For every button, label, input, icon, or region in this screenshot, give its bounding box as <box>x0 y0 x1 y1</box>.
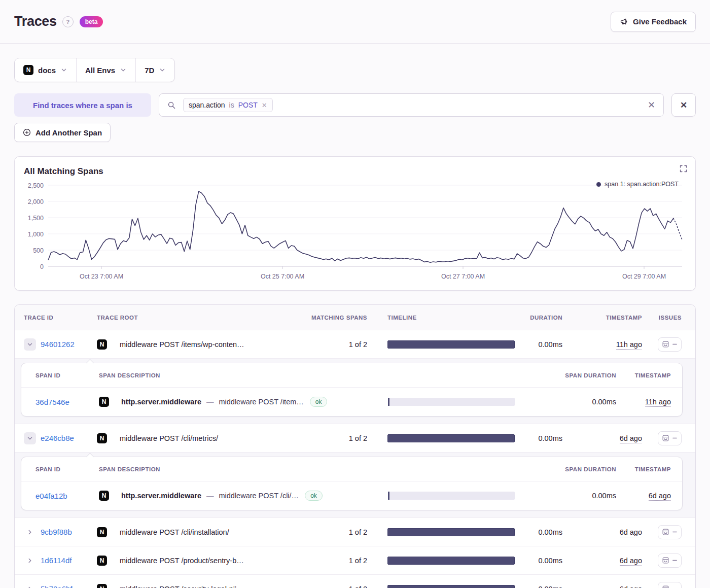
chart-title: All Matching Spans <box>24 166 103 177</box>
timeline-cell <box>367 340 515 349</box>
trace-id-link[interactable]: 1d6114df <box>41 556 72 565</box>
legend-dot <box>596 182 601 187</box>
chevron-right-icon <box>26 585 33 588</box>
minus-icon <box>672 558 678 563</box>
remove-span-filter-button[interactable]: ✕ <box>671 93 696 117</box>
trace-root-cell: Nmiddleware POST /items/wp-conten… <box>97 339 291 350</box>
chevron-down-icon <box>60 66 67 74</box>
trace-root-label: middleware POST /cli/metrics/ <box>120 434 218 442</box>
span-table-header: SPAN IDSPAN DESCRIPTIONSPAN DURATIONTIME… <box>21 457 682 481</box>
search-clear-icon[interactable]: ✕ <box>648 100 655 110</box>
svg-text:Oct 29 7:00 AM: Oct 29 7:00 AM <box>622 273 666 280</box>
add-another-span-button[interactable]: Add Another Span <box>14 123 111 142</box>
svg-text:Oct 25 7:00 AM: Oct 25 7:00 AM <box>261 273 304 280</box>
timeline-cell <box>367 585 515 588</box>
minus-icon <box>672 586 678 588</box>
environment-filter[interactable]: All Envs <box>77 58 135 82</box>
matching-spans-cell: 1 of 2 <box>291 528 367 536</box>
token-operator: is <box>229 101 234 109</box>
trace-id-cell: 1d6114df <box>24 555 97 567</box>
issues-cell <box>642 554 682 568</box>
duration-cell: 0.00ms <box>515 585 562 588</box>
top-bar: Traces ? beta Give Feedback <box>0 0 710 44</box>
page-title: Traces <box>14 14 57 29</box>
span-timeline-marker <box>388 398 389 406</box>
issues-button[interactable] <box>658 554 682 568</box>
nextjs-icon: N <box>99 397 109 407</box>
span-table: SPAN IDSPAN DESCRIPTIONSPAN DURATIONTIME… <box>21 457 683 510</box>
issues-icon <box>662 434 669 442</box>
trace-expand-button[interactable] <box>24 583 36 588</box>
trace-id-link[interactable]: e246cb8e <box>41 434 74 442</box>
span-timeline-marker <box>388 492 389 500</box>
token-remove-icon[interactable]: ✕ <box>262 102 267 109</box>
plus-circle-icon <box>23 128 31 136</box>
issues-icon <box>662 340 669 348</box>
trace-expand-button[interactable] <box>24 555 36 567</box>
issues-icon <box>662 528 669 536</box>
trace-root-cell: Nmiddleware POST /cli/metrics/ <box>97 433 291 443</box>
give-feedback-button[interactable]: Give Feedback <box>611 12 696 32</box>
span-filter-label: Find traces where a span is <box>14 93 151 117</box>
timestamp-cell: 6d ago <box>562 557 642 565</box>
help-icon[interactable]: ? <box>62 16 74 27</box>
duration-cell: 0.00ms <box>515 528 562 536</box>
date-range-filter[interactable]: 7D <box>136 58 174 82</box>
trace-timestamp: 11h ago <box>616 340 642 350</box>
trace-search-input[interactable]: span.action is POST ✕ ✕ <box>159 93 664 117</box>
trace-expand-button[interactable] <box>24 526 36 538</box>
span-id-cell: 36d7546e <box>36 398 99 406</box>
filter-token[interactable]: span.action is POST ✕ <box>183 98 273 112</box>
svg-text:500: 500 <box>33 247 44 254</box>
issues-button[interactable] <box>658 431 682 445</box>
trace-id-cell: e246cb8e <box>24 432 97 444</box>
trace-row: 1d6114dfNmiddleware POST /product/sentry… <box>15 546 695 575</box>
trace-timeline-bar <box>387 585 515 588</box>
span-id-link[interactable]: 36d7546e <box>36 398 69 406</box>
expanded-spans-zone: SPAN IDSPAN DESCRIPTIONSPAN DURATIONTIME… <box>15 359 695 424</box>
issues-button[interactable] <box>658 525 682 539</box>
trace-expand-button[interactable] <box>24 432 36 444</box>
span-timeline-bar <box>388 398 515 406</box>
chart-legend[interactable]: span 1: span.action:POST <box>596 181 679 188</box>
svg-text:0: 0 <box>40 263 44 270</box>
trace-id-link[interactable]: 9cb9f88b <box>41 528 72 536</box>
nextjs-icon: N <box>23 65 33 75</box>
issues-cell <box>642 431 682 445</box>
issues-button[interactable] <box>658 337 682 352</box>
table-rows: 94601262Nmiddleware POST /items/wp-conte… <box>15 330 695 588</box>
trace-timestamp: 6d ago <box>620 528 642 537</box>
col-matching-spans: MATCHING SPANS <box>291 315 367 321</box>
trace-timeline-bar <box>387 434 515 442</box>
chevron-down-icon <box>26 435 33 442</box>
issues-cell <box>642 582 682 588</box>
trace-id-link[interactable]: 5b72a6bf <box>41 584 73 588</box>
project-filter[interactable]: N docs <box>15 58 76 82</box>
fullscreen-icon[interactable] <box>679 164 688 173</box>
trace-root-label: middleware POST /cli/installation/ <box>120 528 229 536</box>
col-span-description: SPAN DESCRIPTION <box>99 372 388 378</box>
span-id-link[interactable]: e04fa12b <box>36 492 67 500</box>
status-badge: ok <box>305 491 323 501</box>
timeline-cell <box>367 557 515 565</box>
chevron-right-icon <box>26 557 33 564</box>
span-duration-cell: 0.00ms <box>515 398 616 406</box>
trace-root-cell: Nmiddleware POST /cli/installation/ <box>97 527 291 537</box>
col-timestamp: TIMESTAMP <box>562 315 642 321</box>
op-separator: — <box>206 398 214 406</box>
issues-button[interactable] <box>658 582 682 588</box>
close-icon: ✕ <box>680 100 687 111</box>
span-op: http.server.middleware <box>121 398 201 406</box>
minus-icon <box>672 435 678 441</box>
op-separator: — <box>206 492 214 500</box>
timestamp-cell: 11h ago <box>562 340 642 349</box>
nextjs-icon: N <box>97 584 107 588</box>
svg-text:1,000: 1,000 <box>28 231 44 238</box>
svg-text:2,500: 2,500 <box>28 182 44 189</box>
trace-expand-button[interactable] <box>24 338 36 351</box>
trace-id-link[interactable]: 94601262 <box>41 340 75 349</box>
col-span-duration: SPAN DURATION <box>515 372 616 378</box>
col-issues: ISSUES <box>642 315 682 321</box>
span-search-row: Find traces where a span is span.action … <box>14 93 696 117</box>
col-trace-root: TRACE ROOT <box>97 315 291 321</box>
